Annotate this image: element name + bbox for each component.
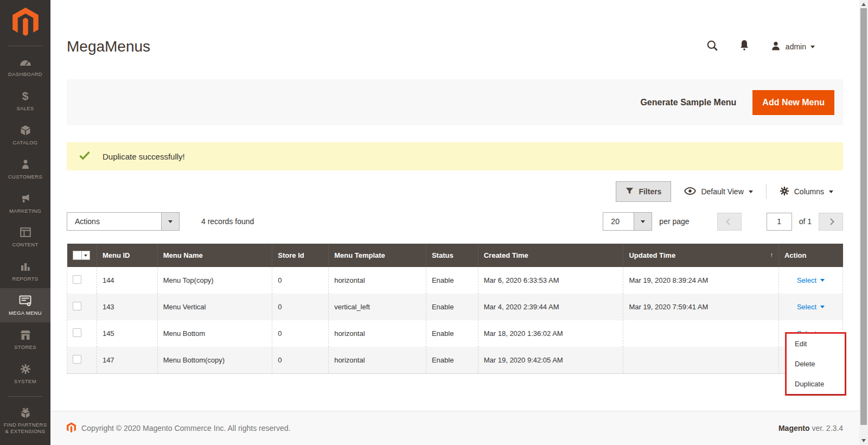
- sidebar-bottom-group: FIND PARTNERS& EXTENSIONS: [0, 396, 50, 445]
- page-content: MegaMenus admin Generate Sample: [50, 0, 859, 411]
- sidebar-item-system[interactable]: SYSTEM: [0, 357, 50, 391]
- sidebar-item-catalog[interactable]: CATALOG: [0, 118, 50, 152]
- menu-item-edit[interactable]: Edit: [787, 334, 845, 354]
- column-header-updated-time[interactable]: Updated Time ↑: [623, 244, 779, 267]
- columns-dropdown[interactable]: Columns: [780, 186, 833, 198]
- row-action-select[interactable]: Select: [797, 276, 825, 284]
- row-checkbox[interactable]: [73, 328, 81, 337]
- notifications-bell-icon[interactable]: [739, 40, 750, 54]
- previous-page-button[interactable]: [717, 213, 742, 231]
- mass-actions-select[interactable]: Actions: [67, 212, 180, 231]
- caret-down-icon[interactable]: [82, 251, 90, 260]
- add-new-menu-button[interactable]: Add New Menu: [752, 90, 834, 115]
- column-header-status[interactable]: Status: [426, 244, 478, 267]
- cell-updated-time: [623, 320, 779, 347]
- columns-gear-icon: [780, 186, 789, 198]
- cell-menu-name: Menu Top(copy): [157, 267, 272, 294]
- success-message-text: Duplicate successfully!: [103, 152, 185, 161]
- column-header-menu-id[interactable]: Menu ID: [97, 244, 157, 267]
- sidebar-item-label: FIND PARTNERS& EXTENSIONS: [4, 422, 47, 435]
- vertical-scrollbar[interactable]: [859, 0, 868, 445]
- cell-store-id: 0: [272, 320, 329, 347]
- sidebar-item-stores[interactable]: STORES: [0, 322, 50, 357]
- cell-menu-name: Menu Bottom(copy): [157, 347, 272, 374]
- sidebar-item-reports[interactable]: REPORTS: [0, 254, 50, 288]
- sidebar-item-sales[interactable]: $ SALES: [0, 84, 50, 118]
- default-view-dropdown[interactable]: Default View: [684, 187, 752, 196]
- scrollbar-up-arrow-icon[interactable]: [861, 3, 866, 6]
- page-actions-strip: Generate Sample Menu Add New Menu: [67, 79, 843, 125]
- cell-menu-template: horizontal: [329, 320, 426, 347]
- sidebar-item-dashboard[interactable]: DASHBOARD: [0, 49, 50, 84]
- cell-menu-id: 143: [97, 294, 157, 320]
- sidebar-item-content[interactable]: CONTENT: [0, 220, 50, 254]
- total-pages-label: of 1: [799, 217, 812, 226]
- chevron-right-icon: [827, 218, 834, 225]
- sidebar-item-label: SYSTEM: [14, 378, 36, 385]
- select-all-control[interactable]: [73, 251, 91, 260]
- caret-down-icon: [820, 306, 825, 308]
- column-header-menu-name[interactable]: Menu Name: [157, 244, 272, 267]
- divider: [766, 184, 767, 199]
- scrollbar-down-arrow-icon[interactable]: [861, 439, 866, 442]
- header-icons: admin: [706, 40, 843, 54]
- admin-user-menu[interactable]: admin: [770, 41, 815, 53]
- checkmark-icon: [79, 151, 91, 162]
- column-header-menu-template[interactable]: Menu Template: [329, 244, 426, 267]
- cell-status: Enable: [426, 347, 478, 374]
- cell-menu-name: Menu Vertical: [157, 294, 272, 320]
- next-page-button[interactable]: [819, 213, 843, 231]
- per-page-select[interactable]: 20: [603, 212, 652, 231]
- cell-store-id: 0: [272, 294, 329, 320]
- filters-button[interactable]: Filters: [616, 181, 671, 202]
- caret-down-icon: [820, 279, 825, 282]
- sidebar-item-find-partners[interactable]: FIND PARTNERS& EXTENSIONS: [0, 400, 50, 441]
- search-icon[interactable]: [706, 40, 718, 54]
- success-message: Duplicate successfully!: [67, 142, 843, 170]
- row-checkbox[interactable]: [73, 302, 81, 310]
- sidebar-item-label: STORES: [14, 344, 36, 351]
- copyright-text: Copyright © 2020 Magento Commerce Inc. A…: [81, 424, 290, 433]
- cell-menu-id: 145: [97, 320, 157, 347]
- menu-item-duplicate[interactable]: Duplicate: [787, 374, 845, 394]
- sidebar-item-label: CONTENT: [12, 241, 38, 248]
- dashboard-icon: [19, 56, 32, 68]
- table-row: 145 Menu Bottom 0 horizontal Enable Mar …: [67, 320, 843, 347]
- cell-updated-time: Mar 19, 2020 7:59:41 AM: [623, 294, 779, 320]
- row-checkbox[interactable]: [73, 275, 81, 284]
- generate-sample-menu-button[interactable]: Generate Sample Menu: [640, 98, 736, 107]
- caret-down-icon: [634, 213, 652, 230]
- sidebar-item-label: CUSTOMERS: [8, 174, 42, 180]
- marketing-icon: [20, 193, 31, 205]
- cell-menu-id: 147: [97, 347, 157, 374]
- select-all-checkbox[interactable]: [73, 251, 82, 260]
- sidebar-item-label: DASHBOARD: [8, 71, 42, 78]
- row-checkbox[interactable]: [73, 355, 81, 364]
- scrollbar-thumb[interactable]: [860, 8, 867, 425]
- sidebar-item-marketing[interactable]: MARKETING: [0, 186, 50, 220]
- stores-icon: [20, 329, 31, 341]
- mega-menu-icon: [19, 295, 32, 307]
- per-page-label: per page: [659, 217, 689, 226]
- eye-icon: [684, 187, 696, 196]
- default-view-label: Default View: [701, 187, 743, 196]
- caret-down-icon: [810, 46, 815, 48]
- sidebar-item-customers[interactable]: CUSTOMERS: [0, 152, 50, 186]
- chevron-left-icon: [726, 218, 733, 225]
- cell-status: Enable: [426, 294, 478, 320]
- row-action-select[interactable]: Select: [797, 303, 825, 311]
- cell-updated-time: Mar 19, 2020 8:39:24 AM: [623, 267, 779, 294]
- actions-bar: Actions 4 records found 20 per page of 1: [67, 212, 843, 231]
- column-header-created-time[interactable]: Created Time: [478, 244, 623, 267]
- sidebar-item-label: CATALOG: [12, 139, 37, 146]
- sidebar-item-mega-menu[interactable]: MEGA MENU: [0, 288, 50, 322]
- magento-logo[interactable]: [0, 0, 50, 46]
- column-header-store-id[interactable]: Store Id: [272, 244, 329, 267]
- select-all-header: [67, 244, 97, 267]
- current-page-input[interactable]: [767, 213, 792, 231]
- funnel-icon: [626, 187, 634, 196]
- grid-controls: Filters Default View Columns: [67, 181, 843, 202]
- caret-down-icon: [829, 190, 833, 193]
- menu-item-delete[interactable]: Delete: [787, 354, 845, 374]
- sort-ascending-icon: ↑: [770, 251, 773, 258]
